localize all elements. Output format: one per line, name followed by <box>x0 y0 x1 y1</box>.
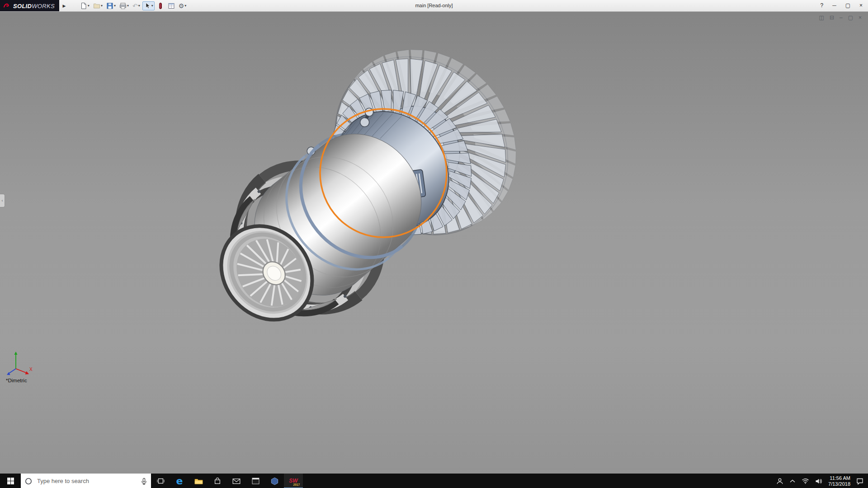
dropdown-caret[interactable]: ▾ <box>101 4 103 8</box>
title-bar: SOLIDWORKS ▶ ▾ ▾ <box>0 0 868 12</box>
task-view-icon <box>157 477 165 485</box>
gear-icon: ⚙ <box>179 2 184 9</box>
dropdown-caret[interactable]: ▾ <box>127 4 129 8</box>
brand-text-solid: SOLID <box>13 3 32 9</box>
restore-button[interactable]: ▢ <box>845 0 850 11</box>
open-folder-icon <box>93 2 100 9</box>
taskbar-terminal[interactable] <box>246 474 265 488</box>
doc-minimize-icon[interactable]: – <box>840 14 843 21</box>
edge-icon: e <box>176 475 183 487</box>
brand-text-works: WORKS <box>32 3 55 9</box>
panel-flyout-tab[interactable]: ‹ <box>0 194 5 207</box>
volume-icon[interactable] <box>815 478 822 484</box>
solidworks-year-badge: 2017 <box>293 483 300 486</box>
pane-split-icon[interactable]: ◫ <box>819 14 824 21</box>
pane-tile-icon[interactable]: ⊟ <box>830 14 834 21</box>
taskbar-app-blue[interactable] <box>265 474 284 488</box>
undo-icon: ↶ <box>132 2 138 9</box>
solidworks-window: SOLIDWORKS ▶ ▾ ▾ <box>0 0 868 488</box>
engine-3d-view <box>0 12 868 474</box>
cortana-icon <box>24 477 33 485</box>
clock-time: 11:56 AM <box>828 475 850 481</box>
tray-expand-icon[interactable] <box>789 479 796 483</box>
document-window-controls: ◫ ⊟ – ▢ × <box>819 14 862 21</box>
minimize-button[interactable]: ─ <box>832 0 836 11</box>
menu-flyout-arrow[interactable]: ▶ <box>61 4 68 8</box>
microphone-icon[interactable] <box>141 478 147 485</box>
dropdown-caret[interactable]: ▾ <box>184 4 186 8</box>
taskbar-edge[interactable]: e <box>170 474 189 488</box>
search-input[interactable] <box>36 477 137 485</box>
close-button[interactable]: × <box>859 0 863 11</box>
taskbar-search[interactable] <box>21 474 151 488</box>
ds-logo-icon <box>3 2 11 9</box>
select-cursor-icon <box>144 2 151 9</box>
windows-taskbar: e <box>0 474 868 488</box>
solidworks-logo: SOLIDWORKS <box>0 0 59 11</box>
triad-x-label: X <box>29 367 33 372</box>
taskbar-file-explorer[interactable] <box>189 474 208 488</box>
terminal-window-icon <box>252 478 259 484</box>
spreadsheet-icon <box>168 2 175 9</box>
print-button[interactable]: ▾ <box>118 1 130 10</box>
options-button[interactable]: ⚙ ▾ <box>177 1 188 10</box>
triad-z-axis <box>9 369 16 373</box>
quick-access-toolbar: ▾ ▾ ▾ <box>79 1 188 10</box>
tool-capsule-button[interactable] <box>156 1 165 10</box>
tab-arrow-icon: ‹ <box>2 198 3 203</box>
flyout-arrow-icon: ▶ <box>62 4 66 8</box>
help-button[interactable]: ? <box>820 0 823 11</box>
save-icon <box>106 2 113 9</box>
view-orientation-label: *Dimetric <box>6 378 27 383</box>
save-button[interactable]: ▾ <box>105 1 117 10</box>
dropdown-caret[interactable]: ▾ <box>88 4 90 8</box>
action-center-icon[interactable] <box>856 478 863 485</box>
file-explorer-icon <box>194 478 203 485</box>
document-title: main [Read-only] <box>415 0 453 11</box>
new-document-button[interactable]: ▾ <box>79 1 91 10</box>
taskbar-store[interactable] <box>208 474 227 488</box>
red-capsule-icon <box>157 2 164 9</box>
dropdown-caret[interactable]: ▾ <box>114 4 116 8</box>
user-icon[interactable] <box>776 478 783 485</box>
doc-restore-icon[interactable]: ▢ <box>848 14 853 21</box>
mail-icon <box>232 478 241 484</box>
hexagon-app-icon <box>271 477 278 485</box>
clock-date: 7/13/2018 <box>828 481 850 487</box>
triad-x-axis <box>16 369 26 373</box>
taskbar-mail[interactable] <box>227 474 246 488</box>
print-icon <box>119 2 127 9</box>
spreadsheet-tool-button[interactable] <box>166 1 176 10</box>
system-tray: 11:56 AM 7/13/2018 <box>776 474 868 488</box>
network-icon[interactable] <box>802 478 809 484</box>
doc-close-icon[interactable]: × <box>859 14 862 21</box>
graphics-area[interactable]: ◫ ⊟ – ▢ × ‹ X *Dimetric <box>0 12 868 474</box>
undo-button[interactable]: ↶ ▾ <box>131 1 142 10</box>
windows-logo-icon <box>7 477 14 485</box>
dropdown-caret[interactable]: ▾ <box>151 4 153 8</box>
dropdown-caret[interactable]: ▾ <box>138 4 140 8</box>
store-bag-icon <box>214 477 221 485</box>
triad-y-arrowhead <box>14 352 18 355</box>
new-document-icon <box>80 2 87 9</box>
window-controls: ? ─ ▢ × <box>820 0 868 11</box>
start-button[interactable] <box>0 474 21 488</box>
task-view-button[interactable] <box>151 474 170 488</box>
open-document-button[interactable]: ▾ <box>92 1 104 10</box>
taskbar-solidworks[interactable]: SW 2017 <box>284 474 303 488</box>
brand-text: SOLIDWORKS <box>13 2 55 10</box>
taskbar-clock[interactable]: 11:56 AM 7/13/2018 <box>828 475 850 487</box>
select-tool-button[interactable]: ▾ <box>142 1 155 10</box>
